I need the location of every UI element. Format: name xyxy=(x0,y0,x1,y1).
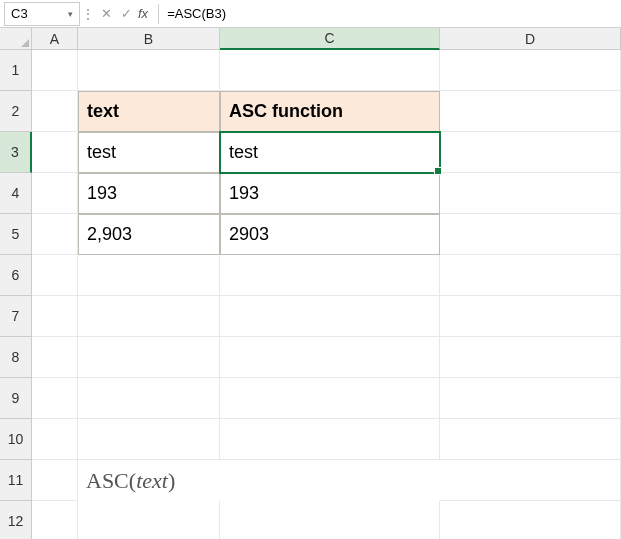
row-10: 10 xyxy=(0,419,621,460)
row-4: 4 193 193 xyxy=(0,173,621,214)
row-header-1[interactable]: 1 xyxy=(0,50,32,91)
cell-d7[interactable] xyxy=(440,296,621,337)
cell-b4[interactable]: 193 xyxy=(78,173,220,214)
row-header-2[interactable]: 2 xyxy=(0,91,32,132)
row-header-9[interactable]: 9 xyxy=(0,378,32,419)
cell-c6[interactable] xyxy=(220,255,440,296)
rows: 1 2 text ASC function 3 test test 4 193 … xyxy=(0,50,621,539)
vertical-dots-icon[interactable]: ⋮ xyxy=(80,7,96,21)
row-header-7[interactable]: 7 xyxy=(0,296,32,337)
syntax-close: ) xyxy=(168,468,175,494)
cell-a7[interactable] xyxy=(32,296,78,337)
cell-b8[interactable] xyxy=(78,337,220,378)
select-all-corner[interactable] xyxy=(0,28,32,50)
chevron-down-icon[interactable]: ▾ xyxy=(68,9,73,19)
row-8: 8 xyxy=(0,337,621,378)
row-2: 2 text ASC function xyxy=(0,91,621,132)
row-12: 12 xyxy=(0,501,621,539)
row-1: 1 xyxy=(0,50,621,91)
cell-b10[interactable] xyxy=(78,419,220,460)
cell-d2[interactable] xyxy=(440,91,621,132)
cell-b3[interactable]: test xyxy=(78,132,220,173)
col-header-b[interactable]: B xyxy=(78,28,220,50)
cell-d6[interactable] xyxy=(440,255,621,296)
cell-c2[interactable]: ASC function xyxy=(220,91,440,132)
row-header-12[interactable]: 12 xyxy=(0,501,32,539)
cell-c10[interactable] xyxy=(220,419,440,460)
column-headers: A B C D xyxy=(0,28,621,50)
cell-a2[interactable] xyxy=(32,91,78,132)
cell-a3[interactable] xyxy=(32,132,78,173)
col-header-d[interactable]: D xyxy=(440,28,621,50)
cell-b2[interactable]: text xyxy=(78,91,220,132)
separator xyxy=(158,4,159,24)
cell-d10[interactable] xyxy=(440,419,621,460)
cell-b1[interactable] xyxy=(78,50,220,91)
cell-d3[interactable] xyxy=(440,132,621,173)
cell-d9[interactable] xyxy=(440,378,621,419)
cell-c12[interactable] xyxy=(220,501,440,539)
fx-icon[interactable]: fx xyxy=(136,6,154,21)
cell-a1[interactable] xyxy=(32,50,78,91)
row-header-8[interactable]: 8 xyxy=(0,337,32,378)
row-header-11[interactable]: 11 xyxy=(0,460,32,501)
row-header-5[interactable]: 5 xyxy=(0,214,32,255)
cell-a5[interactable] xyxy=(32,214,78,255)
cell-c1[interactable] xyxy=(220,50,440,91)
cell-d5[interactable] xyxy=(440,214,621,255)
cell-a4[interactable] xyxy=(32,173,78,214)
cell-d4[interactable] xyxy=(440,173,621,214)
cell-b5[interactable]: 2,903 xyxy=(78,214,220,255)
cell-b11[interactable]: ASC(text) xyxy=(78,460,220,501)
cell-c5[interactable]: 2903 xyxy=(220,214,440,255)
cell-c4[interactable]: 193 xyxy=(220,173,440,214)
cell-a12[interactable] xyxy=(32,501,78,539)
cell-a8[interactable] xyxy=(32,337,78,378)
syntax-arg: text xyxy=(136,468,168,494)
cell-d1[interactable] xyxy=(440,50,621,91)
formula-input[interactable] xyxy=(163,2,621,26)
row-3: 3 test test xyxy=(0,132,621,173)
cell-b7[interactable] xyxy=(78,296,220,337)
row-7: 7 xyxy=(0,296,621,337)
row-header-4[interactable]: 4 xyxy=(0,173,32,214)
cell-b6[interactable] xyxy=(78,255,220,296)
cell-c11[interactable] xyxy=(220,460,440,501)
row-11: 11 ASC(text) xyxy=(0,460,621,501)
confirm-icon[interactable]: ✓ xyxy=(116,4,136,24)
cell-d11[interactable] xyxy=(440,460,621,501)
row-header-3[interactable]: 3 xyxy=(0,132,32,173)
cell-a10[interactable] xyxy=(32,419,78,460)
col-header-a[interactable]: A xyxy=(32,28,78,50)
cell-d8[interactable] xyxy=(440,337,621,378)
cell-a9[interactable] xyxy=(32,378,78,419)
cell-a6[interactable] xyxy=(32,255,78,296)
cell-b9[interactable] xyxy=(78,378,220,419)
row-header-10[interactable]: 10 xyxy=(0,419,32,460)
formula-bar: C3 ▾ ⋮ ✕ ✓ fx xyxy=(0,0,621,28)
row-header-6[interactable]: 6 xyxy=(0,255,32,296)
cell-c7[interactable] xyxy=(220,296,440,337)
cell-c8[interactable] xyxy=(220,337,440,378)
cell-c9[interactable] xyxy=(220,378,440,419)
cell-c3[interactable]: test xyxy=(220,132,440,173)
row-9: 9 xyxy=(0,378,621,419)
spreadsheet-grid: A B C D 1 2 text ASC function 3 test tes… xyxy=(0,28,621,539)
col-header-c[interactable]: C xyxy=(220,28,440,50)
syntax-fn: ASC( xyxy=(86,468,136,494)
cell-b12[interactable] xyxy=(78,501,220,539)
row-6: 6 xyxy=(0,255,621,296)
cell-a11[interactable] xyxy=(32,460,78,501)
cancel-icon[interactable]: ✕ xyxy=(96,4,116,24)
cell-d12[interactable] xyxy=(440,501,621,539)
name-box[interactable]: C3 ▾ xyxy=(4,2,80,26)
name-box-value: C3 xyxy=(11,6,28,21)
row-5: 5 2,903 2903 xyxy=(0,214,621,255)
